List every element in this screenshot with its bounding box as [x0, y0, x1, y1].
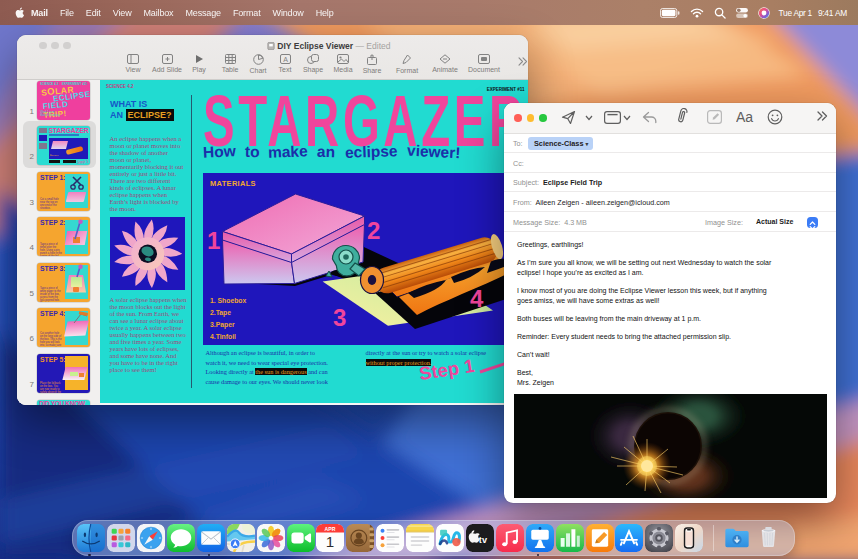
svg-text:3: 3	[333, 304, 346, 331]
svg-text:A: A	[283, 56, 288, 63]
svg-text:1: 1	[326, 533, 334, 550]
svg-text:4: 4	[470, 285, 484, 312]
svg-text:1: 1	[207, 227, 220, 254]
svg-text:2: 2	[367, 217, 380, 244]
svg-text:APR: APR	[325, 526, 336, 532]
svg-text:Aa: Aa	[736, 110, 753, 124]
svg-text:tv: tv	[479, 535, 488, 545]
